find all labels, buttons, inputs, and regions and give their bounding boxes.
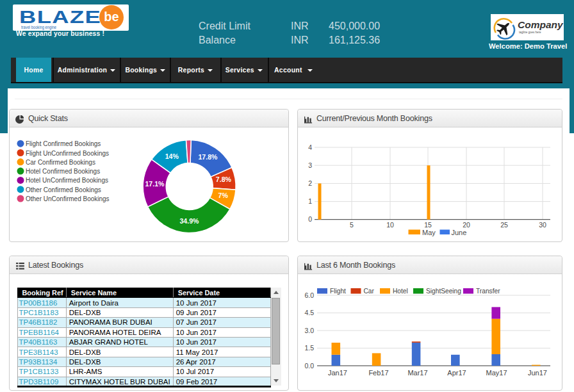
svg-text:Car Confirmed Bookings: Car Confirmed Bookings <box>26 159 95 166</box>
svg-text:Flight UnConfirmed Bookings: Flight UnConfirmed Bookings <box>26 150 109 157</box>
svg-text:Other UnConfirmed Bookings: Other UnConfirmed Bookings <box>26 195 110 202</box>
svg-text:June: June <box>452 229 467 236</box>
svg-text:20: 20 <box>463 221 470 229</box>
svg-text:Hotel: Hotel <box>393 288 408 295</box>
svg-text:Mar17: Mar17 <box>407 369 427 377</box>
svg-text:May: May <box>422 229 436 236</box>
svg-text:tagline goes here: tagline goes here <box>519 31 541 34</box>
svg-text:0: 0 <box>308 215 312 223</box>
svg-text:17.8%: 17.8% <box>198 153 218 161</box>
svg-text:30: 30 <box>539 221 546 229</box>
svg-text:7%: 7% <box>218 192 229 199</box>
svg-text:2: 2 <box>308 179 312 187</box>
svg-text:0.0: 0.0 <box>304 362 314 370</box>
svg-text:Jan17: Jan17 <box>328 369 347 377</box>
svg-text:17.1%: 17.1% <box>145 180 165 188</box>
svg-text:Other Confirmed Bookings: Other Confirmed Bookings <box>26 186 101 193</box>
svg-text:5: 5 <box>350 221 354 229</box>
svg-text:Flight Confirmed Bookings: Flight Confirmed Bookings <box>26 140 101 147</box>
svg-text:14%: 14% <box>165 152 179 160</box>
svg-text:SightSeeing: SightSeeing <box>426 288 461 295</box>
svg-text:4.5: 4.5 <box>304 309 314 316</box>
svg-text:Car: Car <box>364 288 375 295</box>
svg-text:3.0: 3.0 <box>304 327 314 334</box>
svg-text:Jun17: Jun17 <box>528 369 547 377</box>
svg-text:6.0: 6.0 <box>304 291 314 299</box>
svg-text:1: 1 <box>308 197 312 205</box>
svg-text:Hotel UnConfirmed Bookings: Hotel UnConfirmed Bookings <box>26 177 108 184</box>
svg-text:7.8%: 7.8% <box>216 176 232 183</box>
svg-text:Apr17: Apr17 <box>447 369 466 377</box>
svg-text:25: 25 <box>500 221 508 229</box>
svg-text:Transfer: Transfer <box>476 288 500 295</box>
svg-text:Hotel Confirmed Bookings: Hotel Confirmed Bookings <box>26 168 100 175</box>
svg-text:1.5: 1.5 <box>304 344 314 352</box>
svg-text:15: 15 <box>424 221 432 229</box>
svg-text:May17: May17 <box>486 369 507 377</box>
svg-text:Company: Company <box>518 19 564 30</box>
svg-text:3: 3 <box>308 161 312 169</box>
svg-text:34.9%: 34.9% <box>179 217 199 225</box>
svg-text:Feb17: Feb17 <box>368 369 388 377</box>
svg-text:Flight: Flight <box>330 288 346 295</box>
svg-text:4: 4 <box>308 143 312 151</box>
svg-text:10: 10 <box>386 221 394 229</box>
